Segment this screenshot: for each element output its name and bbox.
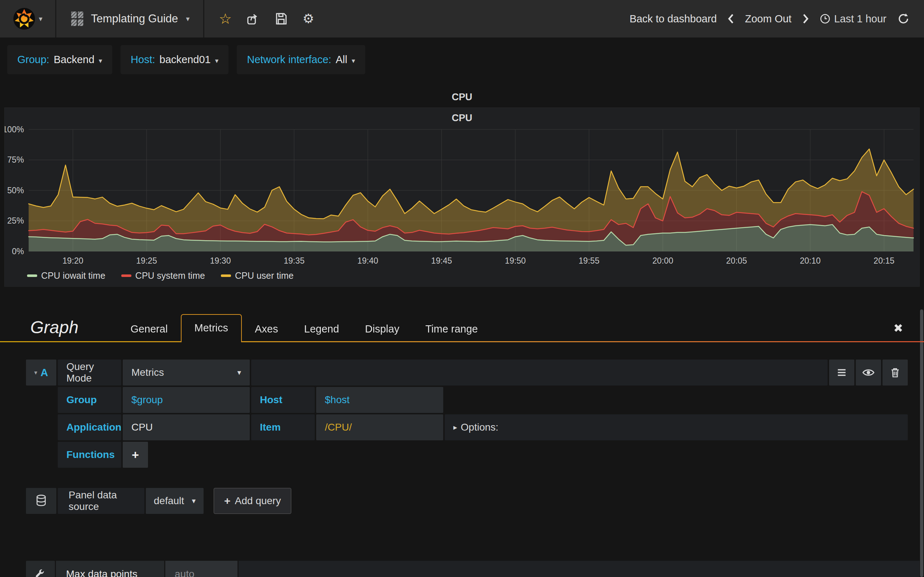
x-axis-tick: 19:20 — [63, 256, 83, 266]
navbar-right: Back to dashboard Zoom Out Last 1 hour — [630, 0, 924, 37]
zoom-out-button[interactable]: Zoom Out — [745, 13, 792, 25]
field-label-text: Host — [260, 394, 282, 406]
variable-dropdown-group[interactable]: Group:Backend▾ — [7, 45, 112, 74]
field-label-application: Application — [58, 414, 121, 440]
query-delete-button[interactable] — [882, 359, 908, 385]
x-axis-tick: 20:10 — [800, 256, 821, 266]
field-input-group[interactable]: $group — [123, 387, 250, 413]
time-shift-forward-button[interactable] — [802, 13, 809, 24]
functions-label: Functions — [58, 442, 121, 468]
x-axis-tick: 19:40 — [357, 256, 378, 266]
query-toggle-visibility-button[interactable] — [856, 359, 881, 385]
close-editor-button[interactable]: ✖ — [893, 321, 903, 342]
field-input-item[interactable]: /CPU/ — [316, 414, 443, 440]
field-label-host: Host — [251, 387, 315, 413]
tab-axes[interactable]: Axes — [242, 316, 291, 342]
tab-legend[interactable]: Legend — [291, 316, 352, 342]
legend-swatch — [221, 274, 231, 277]
tab-general[interactable]: General — [117, 316, 181, 342]
legend-label: CPU iowait time — [41, 271, 105, 281]
cpu-graph-panel: CPU 0%25%50%75%100%19:2019:2519:3019:351… — [4, 108, 920, 287]
x-axis-tick: 19:55 — [578, 256, 599, 266]
chevron-down-icon: ▾ — [237, 368, 241, 377]
field-value: $host — [325, 394, 350, 406]
field-value: $group — [131, 394, 163, 406]
y-axis-tick: 100% — [5, 126, 24, 134]
panel-header-title[interactable]: CPU — [0, 90, 924, 104]
query-mode-select[interactable]: Metrics ▾ — [123, 359, 250, 385]
legend-label: CPU system time — [135, 271, 205, 281]
editor-tabs-row: Graph GeneralMetricsAxesLegendDisplayTim… — [0, 310, 924, 342]
y-axis-tick: 25% — [7, 216, 24, 226]
chevron-down-icon: ▾ — [192, 496, 195, 505]
add-function-button[interactable]: + — [123, 442, 148, 468]
chevron-right-icon — [802, 13, 809, 24]
add-query-button[interactable]: + Add query — [214, 488, 291, 514]
clock-icon — [820, 13, 830, 24]
options-label: Options: — [461, 422, 498, 433]
save-button[interactable] — [274, 12, 288, 26]
x-axis-tick: 20:05 — [726, 256, 747, 266]
scrollbar[interactable] — [920, 309, 923, 577]
dashboard-title: Templating Guide — [91, 12, 178, 25]
variable-dropdown-network-interface[interactable]: Network interface:All▾ — [237, 45, 365, 74]
y-axis-tick: 50% — [7, 186, 24, 195]
tab-time-range[interactable]: Time range — [412, 316, 491, 342]
field-value: /CPU/ — [325, 422, 352, 433]
legend-swatch — [27, 274, 37, 277]
chevron-down-icon: ▾ — [352, 55, 355, 65]
editor-tabs: GeneralMetricsAxesLegendDisplayTime rang… — [117, 314, 491, 342]
query-mode-value: Metrics — [131, 367, 164, 378]
back-to-dashboard-button[interactable]: Back to dashboard — [630, 13, 717, 25]
tab-metrics[interactable]: Metrics — [181, 314, 242, 342]
field-label-item: Item — [251, 414, 315, 440]
time-shift-back-button[interactable] — [728, 13, 734, 24]
menu-icon — [836, 367, 848, 378]
variable-value: All — [336, 54, 347, 66]
legend-label: CPU user time — [235, 271, 294, 281]
query-editor: ▾ A Query Mode Metrics ▾ — [0, 359, 924, 468]
x-axis-tick: 20:15 — [874, 256, 894, 266]
query-letter-toggle[interactable]: ▾ A — [26, 359, 56, 385]
settings-button[interactable]: ⚙ — [302, 12, 314, 25]
refresh-button[interactable] — [897, 13, 909, 25]
field-input-host[interactable]: $host — [316, 387, 443, 413]
variable-label: Host: — [131, 54, 155, 66]
field-label-text: Item — [260, 422, 281, 433]
share-button[interactable] — [246, 12, 260, 26]
star-button[interactable]: ☆ — [219, 11, 232, 26]
x-axis-tick: 19:50 — [505, 256, 526, 266]
wrench-icon — [35, 568, 46, 577]
query-field-row: Group$groupHost$host — [58, 387, 908, 413]
time-range-picker[interactable]: Last 1 hour — [820, 13, 887, 25]
datasource-select[interactable]: default ▾ — [146, 488, 204, 514]
dashboard-title-dropdown[interactable]: Templating Guide ▾ — [56, 0, 204, 37]
grafana-logo-icon — [13, 7, 36, 30]
chevron-right-icon: ▸ — [453, 423, 457, 432]
variable-dropdown-host[interactable]: Host:backend01▾ — [121, 45, 228, 74]
tab-display[interactable]: Display — [352, 316, 412, 342]
panel-options-icon-cell — [26, 561, 55, 577]
datasource-row: Panel data source default ▾ + Add query — [26, 488, 908, 514]
template-variables-row: Group:Backend▾Host:backend01▾Network int… — [0, 37, 924, 74]
datasource-value: default — [154, 495, 184, 507]
max-data-points-input[interactable]: auto — [165, 561, 237, 577]
variable-label: Network interface: — [247, 54, 331, 66]
plus-icon: + — [224, 495, 231, 507]
x-axis-tick: 20:00 — [652, 256, 673, 266]
database-icon — [35, 494, 47, 508]
max-data-points-label: Max data points — [56, 561, 164, 577]
variable-value: backend01 — [160, 54, 211, 66]
chevron-left-icon — [728, 13, 734, 24]
legend-item-cpu-user-time[interactable]: CPU user time — [221, 271, 294, 281]
legend-item-cpu-system-time[interactable]: CPU system time — [121, 271, 205, 281]
legend-item-cpu-iowait-time[interactable]: CPU iowait time — [27, 271, 105, 281]
grafana-main-menu-button[interactable]: ▾ — [0, 0, 56, 37]
functions-row: Functions + — [58, 442, 908, 468]
options-toggle[interactable]: ▸Options: — [445, 414, 908, 440]
query-menu-button[interactable] — [829, 359, 855, 385]
refresh-icon — [897, 13, 909, 25]
query-row-a: ▾ A Query Mode Metrics ▾ — [26, 359, 908, 385]
cpu-chart[interactable]: 0%25%50%75%100%19:2019:2519:3019:3519:40… — [5, 126, 919, 267]
field-input-application[interactable]: CPU — [123, 414, 250, 440]
